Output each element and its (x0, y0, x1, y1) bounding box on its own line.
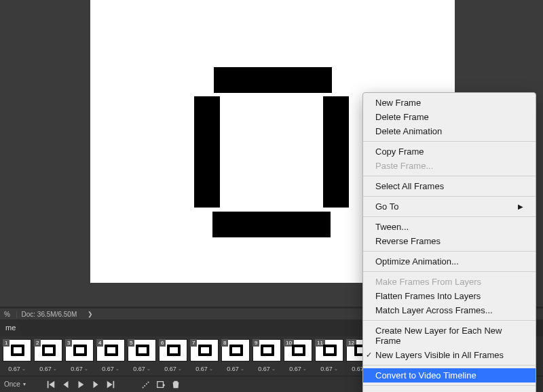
frame-duration[interactable]: 0.67⌄ (133, 366, 151, 372)
menu-go-to[interactable]: Go To▶ (363, 199, 536, 214)
frame-number: 5 (128, 339, 134, 347)
frame-number: 6 (159, 339, 166, 347)
menu-create-new-layer-each-frame[interactable]: Create New Layer for Each New Frame (363, 324, 536, 348)
chevron-down-icon: ⌄ (115, 366, 119, 372)
menu-flatten-frames-into-layers[interactable]: Flatten Frames Into Layers (363, 289, 536, 303)
zoom-percent-tail[interactable]: % (0, 311, 14, 318)
timeline-frame[interactable]: 60.67⌄ (159, 339, 187, 372)
first-frame-icon[interactable] (46, 380, 56, 389)
timeline-frame[interactable]: 50.67⌄ (128, 339, 156, 372)
shape-segment-top (214, 67, 332, 93)
frame-duration[interactable]: 0.67⌄ (39, 366, 57, 372)
next-frame-icon[interactable] (91, 380, 100, 389)
frame-duration[interactable]: 0.67⌄ (289, 366, 307, 372)
chevron-down-icon: ⌄ (53, 366, 57, 372)
menu-separator (363, 176, 536, 176)
frame-duration[interactable]: 0.67⌄ (227, 366, 244, 372)
frame-thumbnail-shape (261, 345, 274, 356)
frame-thumbnail-shape (167, 345, 181, 356)
menu-reverse-frames[interactable]: Reverse Frames (363, 234, 536, 248)
frame-thumbnail-shape (11, 345, 24, 356)
loop-mode-dropdown[interactable]: Once ▾ (4, 380, 26, 388)
status-divider: | (14, 311, 19, 318)
menu-copy-frame[interactable]: Copy Frame (363, 144, 536, 159)
prev-frame-icon[interactable] (61, 380, 71, 389)
menu-separator (363, 141, 536, 142)
chevron-down-icon: ⌄ (178, 366, 182, 372)
frame-duration[interactable]: 0.67⌄ (71, 366, 88, 372)
timeline-frame[interactable]: 10.67⌄ (3, 339, 31, 372)
chevron-down-icon: ⌄ (147, 366, 151, 372)
chevron-down-icon: ⌄ (22, 366, 26, 372)
menu-paste-frame: Paste Frame... (363, 159, 536, 173)
menu-optimize-animation[interactable]: Optimize Animation... (363, 254, 536, 269)
timeline-frame[interactable]: 80.67⌄ (221, 339, 250, 372)
frame-number: 3 (65, 339, 72, 347)
chevron-down-icon: ⌄ (84, 366, 88, 372)
frame-duration[interactable]: 0.67⌄ (164, 366, 182, 372)
submenu-arrow-icon: ▶ (518, 203, 523, 210)
frame-duration[interactable]: 0.67⌄ (258, 366, 276, 372)
menu-delete-frame[interactable]: Delete Frame (363, 110, 536, 124)
frame-thumbnail-shape (105, 345, 118, 356)
frame-thumbnail-shape (292, 345, 305, 356)
timeline-frame[interactable]: 110.67⌄ (315, 339, 343, 372)
checkmark-icon: ✓ (366, 351, 372, 359)
timeline-panel-tab[interactable]: me (0, 321, 21, 336)
doc-size-label: Doc: 36.5M/6.50M (19, 311, 80, 318)
tween-icon[interactable] (141, 380, 151, 389)
menu-select-all-frames[interactable]: Select All Frames (363, 179, 536, 193)
menu-separator (363, 271, 536, 272)
frame-duration[interactable]: 0.67⌄ (195, 366, 213, 372)
menu-convert-to-video-timeline[interactable]: Convert to Video Timeline (363, 368, 536, 383)
shape-segment-bottom (212, 212, 331, 237)
chevron-down-icon: ⌄ (209, 366, 213, 372)
frame-number: 9 (252, 339, 259, 347)
play-icon[interactable] (76, 380, 86, 389)
menu-new-frame[interactable]: New Frame (363, 96, 536, 110)
menu-separator (363, 251, 536, 252)
menu-separator (363, 320, 536, 321)
chevron-down-icon: ⌄ (272, 366, 276, 372)
panel-context-menu: New Frame Delete Frame Delete Animation … (362, 92, 536, 392)
shape-segment-left (194, 96, 220, 208)
menu-separator (363, 365, 536, 366)
frame-number: 7 (190, 339, 197, 347)
timeline-frame[interactable]: 20.67⌄ (34, 339, 62, 372)
frame-number: 8 (221, 339, 228, 347)
menu-match-layer-across-frames[interactable]: Match Layer Across Frames... (363, 303, 536, 317)
trash-icon[interactable] (171, 380, 181, 389)
frame-number: 2 (34, 339, 41, 347)
timeline-frame[interactable]: 30.67⌄ (65, 339, 94, 372)
chevron-down-icon: ⌄ (334, 366, 338, 372)
timeline-frame[interactable]: 70.67⌄ (190, 339, 219, 372)
frame-duration[interactable]: 0.67⌄ (8, 366, 26, 372)
status-chevron-icon[interactable]: ❯ (79, 311, 93, 317)
loop-mode-label: Once (4, 380, 20, 388)
chevron-down-icon: ▾ (23, 381, 26, 387)
menu-separator (363, 385, 536, 386)
menu-separator (363, 196, 536, 197)
timeline-frame[interactable]: 100.67⌄ (284, 339, 312, 372)
frame-thumbnail-shape (73, 345, 87, 356)
shape-segment-right (323, 96, 349, 208)
menu-panel-options[interactable]: Panel Options... (363, 389, 536, 392)
timeline-frame[interactable]: 40.67⌄ (96, 339, 125, 372)
chevron-down-icon: ⌄ (240, 366, 244, 372)
last-frame-icon[interactable] (106, 380, 115, 389)
frame-thumbnail-shape (42, 345, 56, 356)
new-frame-icon[interactable] (156, 380, 166, 389)
menu-separator (363, 216, 536, 217)
menu-new-layers-visible-all-frames[interactable]: ✓New Layers Visible in All Frames (363, 348, 536, 362)
frame-duration[interactable]: 0.67⌄ (102, 366, 119, 372)
menu-tween[interactable]: Tween... (363, 220, 536, 234)
menu-make-frames-from-layers: Make Frames From Layers (363, 275, 536, 289)
frame-duration[interactable]: 0.67⌄ (320, 366, 338, 372)
menu-delete-animation[interactable]: Delete Animation (363, 124, 536, 138)
frame-thumbnail-shape (198, 345, 212, 356)
timeline-frame[interactable]: 90.67⌄ (252, 339, 281, 372)
frame-number: 4 (96, 339, 103, 347)
chevron-down-icon: ⌄ (303, 366, 307, 372)
frame-thumbnail-shape (323, 345, 337, 356)
frame-thumbnail-shape (229, 345, 243, 356)
